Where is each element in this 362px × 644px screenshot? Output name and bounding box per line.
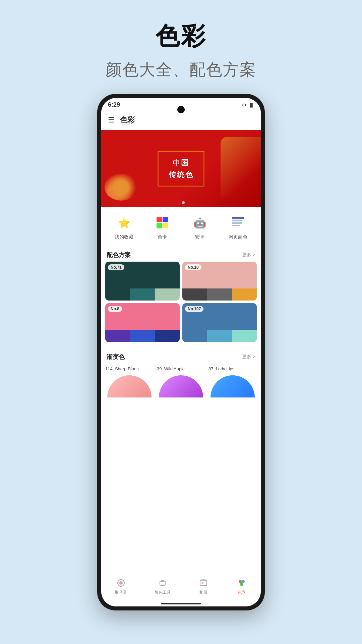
svg-rect-2 bbox=[157, 223, 162, 228]
svg-rect-5 bbox=[232, 220, 242, 221]
scheme-card-10[interactable]: No.10 bbox=[182, 262, 257, 301]
nav-color-picker-label: 取色器 bbox=[115, 590, 127, 595]
color-app-nav-icon bbox=[236, 578, 247, 588]
schemes-more[interactable]: 更多 > bbox=[242, 252, 255, 258]
scheme-card-71[interactable]: No.71 bbox=[105, 262, 180, 301]
scheme-card-107[interactable]: No.107 bbox=[182, 303, 257, 342]
svg-rect-3 bbox=[163, 223, 168, 228]
gradient-label-2: 39. Wild Apple bbox=[157, 366, 205, 371]
web-color-label: 网页颜色 bbox=[229, 234, 247, 240]
gradient-more[interactable]: 更多 > bbox=[242, 354, 255, 360]
page-header: 色彩 颜色大全、配色方案 bbox=[106, 0, 256, 80]
gradient-card-wild-apple[interactable]: 39. Wild Apple bbox=[157, 366, 205, 399]
banner-dot-2[interactable] bbox=[182, 201, 185, 204]
android-icon: 🤖 bbox=[191, 214, 208, 231]
scroll-content[interactable]: 中国 传统色 ⭐ 我的收藏 bbox=[101, 130, 261, 574]
banner[interactable]: 中国 传统色 bbox=[101, 130, 261, 207]
page-subtitle: 颜色大全、配色方案 bbox=[106, 59, 256, 80]
svg-rect-19 bbox=[201, 579, 206, 580]
banner-text-container: 中国 传统色 bbox=[158, 151, 204, 186]
home-bar bbox=[161, 603, 201, 604]
svg-point-15 bbox=[119, 581, 123, 585]
svg-point-11 bbox=[159, 375, 203, 399]
phone-screen: 6:29 ⚙ ▐▌ ☰ 色彩 bbox=[101, 98, 261, 606]
gradient-circle-1 bbox=[105, 373, 154, 399]
bottom-nav: 取色器 颜色工具 bbox=[101, 574, 261, 601]
color-card-icon bbox=[154, 214, 171, 231]
gradient-circle-3 bbox=[208, 373, 257, 399]
app-bar-title: 色彩 bbox=[120, 115, 135, 125]
nav-color-app-label: 色彩 bbox=[238, 590, 246, 595]
favorites-icon: ⭐ bbox=[115, 214, 133, 231]
nav-color-tool[interactable]: 颜色工具 bbox=[155, 578, 171, 595]
web-color-icon bbox=[229, 214, 247, 231]
nav-color-tool-label: 颜色工具 bbox=[155, 590, 171, 595]
android-label: 安卓 bbox=[195, 234, 204, 240]
svg-point-9 bbox=[107, 375, 152, 399]
banner-line1: 中国 bbox=[169, 157, 194, 169]
color-tool-nav-icon bbox=[157, 578, 168, 588]
svg-point-23 bbox=[240, 583, 243, 586]
gradient-circle-2 bbox=[157, 373, 205, 399]
color-picker-nav-icon bbox=[116, 578, 126, 588]
gradients-row: 114. Sharp Blues bbox=[101, 364, 261, 405]
quick-action-android[interactable]: 🤖 安卓 bbox=[191, 214, 208, 240]
gradient-card-lady-lips[interactable]: 87. Lady Lips bbox=[208, 366, 257, 399]
album-nav-icon bbox=[198, 578, 209, 588]
scheme-number-107: No.107 bbox=[185, 306, 203, 312]
phone-frame: 6:29 ⚙ ▐▌ ☰ 色彩 bbox=[97, 94, 265, 610]
banner-dots bbox=[177, 201, 185, 204]
nav-album[interactable]: 相册 bbox=[198, 578, 209, 595]
quick-actions: ⭐ 我的收藏 色卡 bbox=[101, 207, 261, 247]
banner-decoration-fireworks bbox=[105, 174, 138, 201]
gradient-label-3: 87. Lady Lips bbox=[208, 366, 257, 371]
svg-rect-7 bbox=[232, 225, 240, 226]
svg-rect-6 bbox=[232, 222, 242, 224]
gradient-section-header: 渐变色 更多 > bbox=[101, 349, 261, 364]
status-icons: ⚙ ▐▌ bbox=[242, 102, 254, 108]
schemes-section-header: 配色方案 更多 > bbox=[101, 247, 261, 262]
gradient-label-1: 114. Sharp Blues bbox=[105, 366, 154, 371]
camera-notch bbox=[177, 106, 185, 113]
gradient-section: 渐变色 更多 > 114. Sharp Blues bbox=[101, 346, 261, 405]
hamburger-icon[interactable]: ☰ bbox=[108, 116, 115, 124]
nav-color-picker[interactable]: 取色器 bbox=[115, 578, 127, 595]
status-bar: 6:29 ⚙ ▐▌ bbox=[101, 98, 261, 110]
svg-point-13 bbox=[210, 375, 255, 399]
gradient-title: 渐变色 bbox=[107, 353, 125, 361]
gradient-card-sharp-blues[interactable]: 114. Sharp Blues bbox=[105, 366, 154, 399]
svg-rect-0 bbox=[157, 217, 162, 222]
svg-point-20 bbox=[201, 582, 203, 584]
signal-icon: ▐▌ bbox=[248, 103, 254, 107]
favorites-label: 我的收藏 bbox=[115, 234, 133, 240]
schemes-grid: No.71 No.10 bbox=[101, 262, 261, 346]
scheme-number-71: No.71 bbox=[108, 264, 124, 270]
scheme-number-8: No.8 bbox=[108, 306, 122, 312]
status-time: 6:29 bbox=[108, 101, 120, 108]
nav-color-app[interactable]: 色彩 bbox=[236, 578, 247, 595]
quick-action-web-color[interactable]: 网页颜色 bbox=[229, 214, 247, 240]
quick-action-color-card[interactable]: 色卡 bbox=[154, 214, 171, 240]
color-card-label: 色卡 bbox=[158, 234, 167, 240]
banner-line2: 传统色 bbox=[169, 169, 194, 180]
gear-icon: ⚙ bbox=[242, 102, 246, 108]
page-title: 色彩 bbox=[106, 20, 256, 52]
svg-rect-1 bbox=[163, 217, 168, 222]
nav-album-label: 相册 bbox=[199, 590, 207, 595]
home-indicator bbox=[101, 601, 261, 606]
svg-rect-4 bbox=[232, 217, 244, 219]
quick-action-favorites[interactable]: ⭐ 我的收藏 bbox=[115, 214, 133, 240]
scheme-card-8[interactable]: No.8 bbox=[105, 303, 180, 342]
scheme-number-10: No.10 bbox=[185, 264, 201, 270]
banner-dot-1[interactable] bbox=[177, 201, 180, 204]
schemes-title: 配色方案 bbox=[107, 251, 131, 259]
